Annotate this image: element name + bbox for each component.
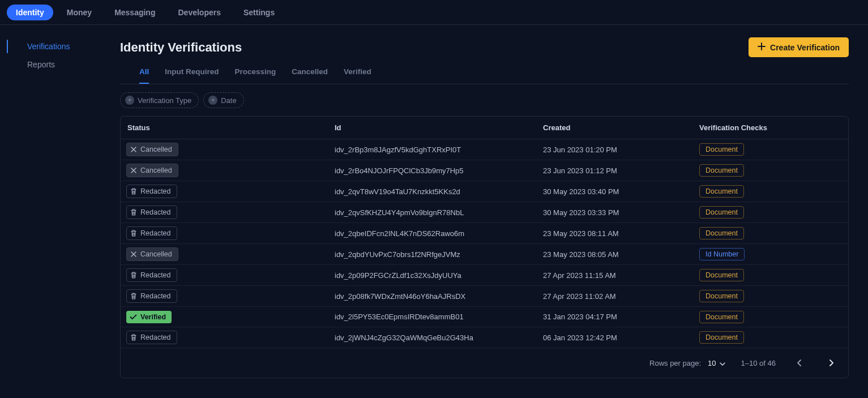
status-label: Redacted — [140, 333, 171, 341]
filter-chip-label: Verification Type — [138, 96, 191, 105]
create-verification-button[interactable]: Create Verification — [749, 37, 849, 57]
filter-chip-verification-type[interactable]: +Verification Type — [120, 92, 199, 108]
x-icon — [130, 167, 137, 174]
status-badge-redacted: Redacted — [126, 268, 177, 282]
cell-id: idv_2p08fk7WDxZmtN46oY6haAJRsDX — [329, 286, 537, 307]
cell-id: idv_2l5PY53Ec0EpmsIRDtev8ammB01 — [329, 307, 537, 327]
status-label: Cancelled — [140, 166, 172, 174]
column-header-checks[interactable]: Verification Checks — [694, 117, 848, 139]
chevron-down-icon — [720, 359, 725, 367]
table-row[interactable]: Cancelledidv_2rBp3m8JAgzfV5kdGghTXRxPI0T… — [121, 139, 848, 160]
cell-id: idv_2qbdYUvPxC7obrs1f2NRfgeJVMz — [329, 244, 537, 265]
rows-per-page-label: Rows per page: — [649, 359, 701, 367]
status-label: Redacted — [140, 292, 171, 300]
topnav-tab-money[interactable]: Money — [58, 5, 101, 20]
check-badge-document: Document — [699, 331, 744, 344]
create-verification-label: Create Verification — [770, 43, 840, 52]
table-row[interactable]: Redactedidv_2qbeIDFcn2INL4K7nDS62Rawo6m2… — [121, 223, 848, 244]
top-nav: IdentityMoneyMessagingDevelopersSettings — [0, 0, 868, 25]
trash-icon — [130, 292, 137, 300]
status-badge-redacted: Redacted — [126, 185, 177, 198]
main-content: Identity Verifications Create Verificati… — [120, 25, 868, 398]
cell-created: 30 May 2023 03:33 PM — [537, 202, 694, 223]
sub-tabs: AllInput RequiredProcessingCancelledVeri… — [120, 67, 849, 84]
status-label: Redacted — [140, 208, 171, 216]
subtab-processing[interactable]: Processing — [235, 67, 276, 84]
topnav-tab-settings[interactable]: Settings — [234, 5, 284, 20]
table-row[interactable]: Redactedidv_2p09P2FGCrZLdf1c32XsJdyUUYa2… — [121, 265, 848, 286]
trash-icon — [130, 187, 137, 195]
rows-per-page-select[interactable]: 10 — [708, 359, 725, 367]
pagination-next-button[interactable] — [823, 355, 839, 371]
cell-created: 27 Apr 2023 11:15 AM — [537, 265, 694, 286]
pagination: Rows per page: 10 1–10 of 46 — [121, 348, 848, 378]
cell-id: idv_2qvT8wV19o4TaU7Knzkkt5KKs2d — [329, 181, 537, 202]
table-row[interactable]: Redactedidv_2p08fk7WDxZmtN46oY6haAJRsDX2… — [121, 286, 848, 307]
page-title: Identity Verifications — [120, 40, 242, 55]
table-row[interactable]: Redactedidv_2qvSfKHZU4Y4pmVo9blgnR78NbL3… — [121, 202, 848, 223]
topnav-tab-messaging[interactable]: Messaging — [105, 5, 164, 20]
cell-created: 30 May 2023 03:40 PM — [537, 181, 694, 202]
subtab-all[interactable]: All — [139, 67, 149, 84]
cell-id: idv_2rBp3m8JAgzfV5kdGghTXRxPI0T — [329, 139, 537, 160]
cell-id: idv_2p09P2FGCrZLdf1c32XsJdyUUYa — [329, 265, 537, 286]
table-row[interactable]: Cancelledidv_2rBo4NJOJrFPQClCb3Jb9my7Hp5… — [121, 160, 848, 181]
x-icon — [130, 251, 137, 258]
table-row[interactable]: Redactedidv_2qvT8wV19o4TaU7Knzkkt5KKs2d3… — [121, 181, 848, 202]
subtab-input-required[interactable]: Input Required — [165, 67, 219, 84]
check-badge-document: Document — [699, 185, 744, 198]
trash-icon — [130, 333, 137, 341]
cell-id: idv_2qbeIDFcn2INL4K7nDS62Rawo6m — [329, 223, 537, 244]
check-badge-document: Document — [699, 143, 744, 156]
topnav-tab-identity[interactable]: Identity — [7, 5, 53, 20]
sidebar: VerificationsReports — [0, 25, 120, 398]
cell-created: 23 May 2023 08:11 AM — [537, 223, 694, 244]
filter-chip-label: Date — [221, 96, 236, 105]
sidebar-item-verifications[interactable]: Verifications — [0, 37, 119, 55]
plus-circle-icon: + — [125, 96, 134, 105]
rows-per-page-value: 10 — [708, 359, 716, 367]
x-icon — [130, 146, 137, 153]
filter-chips: +Verification Type+Date — [120, 84, 849, 116]
subtab-cancelled[interactable]: Cancelled — [292, 67, 328, 84]
header-row: Identity Verifications Create Verificati… — [120, 37, 849, 57]
cell-created: 23 Jun 2023 01:12 PM — [537, 160, 694, 181]
table-row[interactable]: Redactedidv_2jWNJ4cZgG32QaWMqGeBu2G43Ha0… — [121, 327, 848, 348]
cell-created: 23 Jun 2023 01:20 PM — [537, 139, 694, 160]
filter-chip-date[interactable]: +Date — [203, 92, 243, 108]
status-label: Redacted — [140, 187, 171, 195]
check-badge-document: Document — [699, 164, 744, 177]
cell-id: idv_2qvSfKHZU4Y4pmVo9blgnR78NbL — [329, 202, 537, 223]
status-label: Cancelled — [140, 250, 172, 258]
status-badge-redacted: Redacted — [126, 226, 177, 240]
cell-created: 06 Jan 2023 12:42 PM — [537, 327, 694, 348]
check-badge-idnumber: Id Number — [699, 248, 745, 260]
column-header-created[interactable]: Created — [537, 117, 694, 139]
check-badge-document: Document — [699, 206, 744, 219]
status-badge-cancelled: Cancelled — [126, 164, 178, 177]
cell-created: 27 Apr 2023 11:02 AM — [537, 286, 694, 307]
table-row[interactable]: Cancelledidv_2qbdYUvPxC7obrs1f2NRfgeJVMz… — [121, 244, 848, 265]
trash-icon — [130, 208, 137, 216]
check-badge-document: Document — [699, 311, 744, 323]
cell-id: idv_2rBo4NJOJrFPQClCb3Jb9my7Hp5 — [329, 160, 537, 181]
pagination-range: 1–10 of 46 — [741, 359, 776, 367]
sidebar-item-reports[interactable]: Reports — [0, 55, 119, 74]
column-header-id[interactable]: Id — [329, 117, 537, 139]
verifications-table: Status Id Created Verification Checks Ca… — [120, 116, 849, 378]
check-badge-document: Document — [699, 269, 744, 281]
status-badge-cancelled: Cancelled — [126, 143, 178, 156]
status-badge-redacted: Redacted — [126, 331, 177, 344]
column-header-status[interactable]: Status — [121, 117, 329, 139]
cell-id: idv_2jWNJ4cZgG32QaWMqGeBu2G43Ha — [329, 327, 537, 348]
subtab-verified[interactable]: Verified — [344, 67, 371, 84]
status-label: Redacted — [140, 229, 171, 237]
pagination-prev-button[interactable] — [792, 355, 807, 371]
cell-created: 23 May 2023 08:05 AM — [537, 244, 694, 265]
trash-icon — [130, 271, 137, 279]
plus-circle-icon: + — [208, 96, 217, 105]
status-badge-redacted: Redacted — [126, 206, 177, 219]
table-row[interactable]: Verifiedidv_2l5PY53Ec0EpmsIRDtev8ammB013… — [121, 307, 848, 327]
table-header-row: Status Id Created Verification Checks — [121, 117, 848, 139]
topnav-tab-developers[interactable]: Developers — [169, 5, 229, 20]
